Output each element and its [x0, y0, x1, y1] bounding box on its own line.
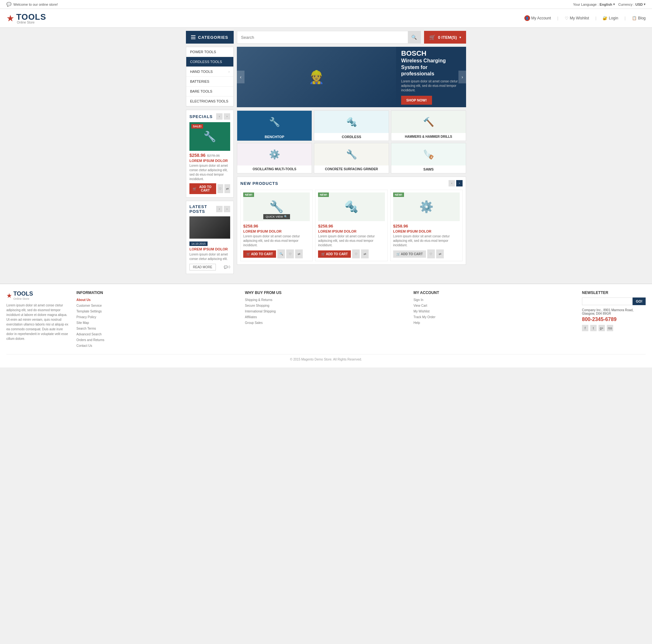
- sidebar-item-electricians-tools[interactable]: ELECTRICIANS TOOLS: [186, 96, 233, 106]
- product-1-wishlist-button[interactable]: ♡: [286, 249, 294, 258]
- hero-next-button[interactable]: ›: [458, 71, 466, 83]
- category-benchtop-image: 🔧: [237, 111, 312, 133]
- specials-next-arrow[interactable]: ›: [224, 113, 230, 120]
- main-wrapper: CATEGORIES 🛒 0 ITEM(S) ▾ POWER TOOLS COR…: [183, 28, 469, 277]
- footer-newsletter-col: NEWSLETTER GO! Company Inc., 8901 Marmor…: [582, 290, 646, 349]
- hero-image-area: 👷: [237, 47, 396, 107]
- sidebar-item-bare-tools[interactable]: BARE TOOLS: [186, 87, 233, 96]
- posts-next-arrow[interactable]: ›: [224, 206, 230, 212]
- chevron-right-icon: ›: [228, 70, 229, 74]
- footer-link-contact-us[interactable]: Contact Us: [76, 344, 92, 347]
- footer-link-orders-returns[interactable]: Orders and Returns: [76, 338, 104, 342]
- new-product-card-1: NEW! 🔧 QUICK VIEW 🔍 $258.96 LOREM IPSUM …: [240, 190, 313, 261]
- footer-link-group-sales[interactable]: Group Sales: [245, 321, 263, 325]
- search-box: [237, 31, 421, 44]
- category-item-benchtop[interactable]: 🔧 BENCHTOP: [237, 110, 312, 141]
- footer-link-advanced-search[interactable]: Advanced Search: [76, 333, 102, 336]
- read-more-button[interactable]: READ MORE: [189, 264, 216, 271]
- footer-grid: ★ TOOLS Online Store Lorem ipsum dolor s…: [6, 290, 646, 349]
- category-item-cordless[interactable]: 🔩 CORDLESS: [314, 110, 389, 141]
- twitter-icon[interactable]: t: [590, 325, 597, 331]
- googleplus-icon[interactable]: g+: [599, 325, 605, 331]
- product-3-compare-button[interactable]: ⇄: [436, 249, 444, 258]
- my-wishlist-link[interactable]: ♡ My Wishlist: [565, 16, 589, 21]
- sidebar-item-label: BARE TOOLS: [190, 89, 212, 93]
- specials-wishlist-button[interactable]: ♡: [217, 184, 223, 193]
- specials-prev-arrow[interactable]: ‹: [216, 113, 222, 120]
- footer-link-shipping[interactable]: Shipping & Returns: [245, 298, 272, 302]
- footer-link-track-order[interactable]: Track My Order: [413, 315, 436, 319]
- footer-link-template-settings[interactable]: Template Settings: [76, 310, 102, 313]
- footer-link-view-cart[interactable]: View Cart: [413, 304, 427, 307]
- facebook-icon[interactable]: f: [582, 325, 588, 331]
- product-1-quickview-button[interactable]: 🔍: [277, 249, 285, 258]
- footer-link-help[interactable]: Help: [413, 321, 420, 325]
- footer-link-affiliates[interactable]: Affiliates: [245, 315, 257, 319]
- cart-button[interactable]: 🛒 0 ITEM(S) ▾: [424, 31, 466, 44]
- footer-link-my-wishlist[interactable]: My Wishlist: [413, 310, 430, 313]
- posts-prev-arrow[interactable]: ‹: [216, 206, 222, 212]
- footer-link-sign-in[interactable]: Sign In: [413, 298, 424, 302]
- product-2-pricing: $258.96: [318, 224, 385, 228]
- sidebar-menu: POWER TOOLS CORDLESS TOOLS HAND TOOLS › …: [186, 47, 234, 107]
- footer-logo-text-area: TOOLS Online Store: [13, 290, 33, 300]
- footer-link-secure-shopping[interactable]: Secure Shopping: [245, 304, 269, 307]
- shop-now-button[interactable]: SHOP NOW!: [401, 96, 432, 105]
- sidebar-item-batteries[interactable]: BATTERIES: [186, 77, 233, 87]
- product-3-add-to-cart-button[interactable]: 🛒 ADD TO CART: [393, 250, 426, 258]
- blog-link[interactable]: 📋 Blog: [632, 16, 646, 20]
- sidebar-item-label: HAND TOOLS: [190, 70, 213, 74]
- post-footer: READ MORE 💬 0: [189, 264, 230, 271]
- sidebar-item-cordless-tools[interactable]: CORDLESS TOOLS: [186, 57, 233, 67]
- login-link[interactable]: 🔐 Login: [603, 16, 618, 20]
- product-2-add-to-cart-button[interactable]: 🛒 ADD TO CART: [318, 250, 351, 258]
- sidebar-item-hand-tools[interactable]: HAND TOOLS ›: [186, 67, 233, 77]
- sidebar-item-power-tools[interactable]: POWER TOOLS: [186, 47, 233, 57]
- new-products-section: NEW PRODUCTS ‹ › NEW! 🔧 QUICK VIEW: [237, 176, 466, 265]
- footer-link-customer-service[interactable]: Customer Service: [76, 304, 102, 307]
- separator: |: [625, 16, 626, 20]
- newsletter-input[interactable]: [582, 298, 632, 305]
- header: ★ TOOLS Online Store 👤 My Account | ♡ My…: [0, 9, 652, 28]
- footer-why-buy-links: Shipping & Returns Secure Shopping Inter…: [245, 298, 407, 325]
- language-selector[interactable]: Your Language : English ▾: [573, 2, 615, 6]
- footer-logo[interactable]: ★ TOOLS Online Store: [6, 290, 70, 300]
- specials-add-to-cart-button[interactable]: 🛒 ADD TO CART: [189, 183, 216, 194]
- cart-icon: 🛒: [429, 34, 436, 40]
- category-item-concrete[interactable]: 🔧 CONCRETE SURFACING GRINDER: [314, 143, 389, 173]
- footer-link-about[interactable]: About Us: [76, 298, 90, 302]
- category-item-saws[interactable]: 🪚 SAWS: [391, 143, 466, 173]
- footer-my-account-col: MY ACCOUNT Sign In View Cart My Wishlist…: [413, 290, 576, 349]
- product-1-add-to-cart-button[interactable]: 🛒 ADD TO CART: [243, 250, 276, 258]
- product-3-wishlist-button[interactable]: ♡: [427, 249, 435, 258]
- logo[interactable]: ★ TOOLS Online Store: [6, 12, 46, 24]
- product-2-actions: 🛒 ADD TO CART ♡ ⇄: [318, 249, 385, 258]
- product-2-wishlist-button[interactable]: ♡: [352, 249, 360, 258]
- blog-icon: 📋: [632, 16, 637, 20]
- new-products-prev-arrow[interactable]: ‹: [449, 180, 455, 187]
- specials-compare-button[interactable]: ⇄: [224, 184, 230, 193]
- currency-selector[interactable]: Currency : USD ▾: [618, 2, 646, 6]
- category-item-oscillating[interactable]: ⚙️ OSCILLATING MULTI-TOOLS: [237, 143, 312, 173]
- my-account-link[interactable]: 👤 My Account: [524, 15, 551, 21]
- footer-link-privacy-policy[interactable]: Privacy Policy: [76, 315, 96, 319]
- hero-banner: 👷 BOSCH Wireless Charging System for pro…: [237, 47, 466, 107]
- new-products-grid: NEW! 🔧 QUICK VIEW 🔍 $258.96 LOREM IPSUM …: [240, 190, 463, 261]
- product-1-compare-button[interactable]: ⇄: [295, 249, 303, 258]
- newsletter-form: GO!: [582, 298, 646, 305]
- rss-icon[interactable]: rss: [607, 325, 613, 331]
- message-icon: 💬: [6, 2, 11, 7]
- footer-link-search-terms[interactable]: Search Terms: [76, 327, 96, 330]
- category-item-hammers[interactable]: 🔨 HAMMERS & HAMMER DRILLS: [391, 110, 466, 141]
- footer-link-site-map[interactable]: Site Map: [76, 321, 89, 325]
- hero-prev-button[interactable]: ‹: [237, 71, 244, 83]
- footer-link-international-shipping[interactable]: International Shipping: [245, 310, 276, 313]
- top-bar-right: Your Language : English ▾ Currency : USD…: [573, 2, 646, 6]
- newsletter-go-button[interactable]: GO!: [632, 298, 646, 305]
- new-products-next-arrow[interactable]: ›: [456, 180, 463, 187]
- product-2-compare-button[interactable]: ⇄: [361, 249, 369, 258]
- search-button[interactable]: [408, 31, 420, 43]
- quick-view-overlay-1[interactable]: QUICK VIEW 🔍: [263, 214, 290, 219]
- categories-button[interactable]: CATEGORIES: [186, 31, 234, 44]
- search-input[interactable]: [237, 31, 408, 43]
